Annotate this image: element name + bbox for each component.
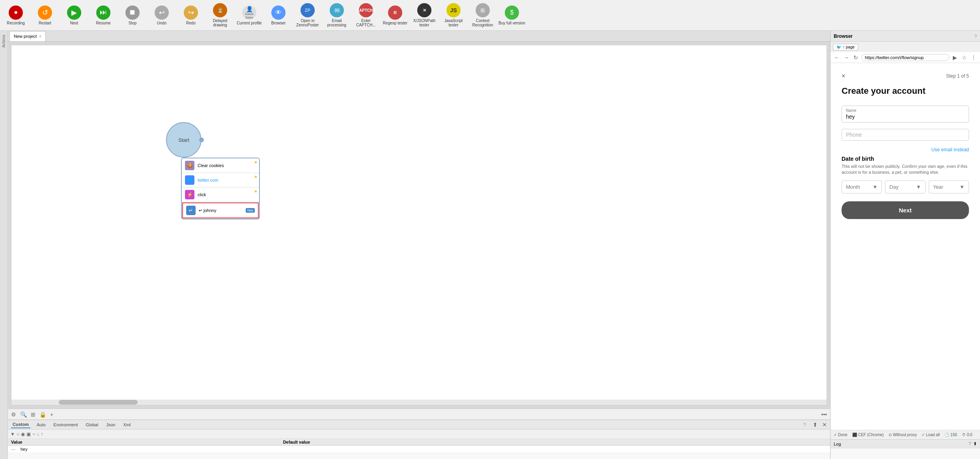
- var-add-icon[interactable]: ○: [17, 431, 19, 437]
- phone-placeholder: Phone: [846, 132, 965, 138]
- project-tab-label: New project: [14, 34, 37, 39]
- tab-xml[interactable]: Xml: [121, 422, 132, 428]
- star-badge-navigate: ★: [254, 175, 258, 179]
- proxy-icon: ⊙: [889, 433, 892, 437]
- redo-icon: ↪: [184, 6, 198, 20]
- lock-icon[interactable]: 🔒: [39, 411, 46, 418]
- redo-button[interactable]: ↪ Redo: [177, 1, 205, 30]
- proxy-label: Without proxy: [893, 433, 917, 437]
- current-profile-button[interactable]: 👤 David Deler Current profile: [235, 1, 263, 30]
- nav-forward-button[interactable]: →: [842, 54, 850, 61]
- tab-bar: New project ×: [8, 31, 830, 42]
- workflow: Start 🍪 Clear cookies ★ 🌐 twitter.com ★: [11, 45, 827, 405]
- undo-button[interactable]: ↩ Undo: [147, 1, 176, 30]
- canvas-hscroll[interactable]: [11, 400, 827, 405]
- year-select[interactable]: Year ▼: [929, 180, 969, 193]
- variables-help-button[interactable]: ?: [803, 422, 806, 427]
- status-count: 🕐 150: [945, 433, 957, 437]
- log-help-button[interactable]: ?: [969, 441, 971, 446]
- stop-button[interactable]: ⏹ Stop: [118, 1, 147, 30]
- delayed-label: Delayed drawing: [207, 19, 233, 27]
- dob-label: Date of birth: [842, 156, 969, 162]
- browser-button[interactable]: 👁 Browser: [264, 1, 293, 30]
- project-tab[interactable]: New project ×: [9, 31, 46, 41]
- var-import-icon[interactable]: ↓: [37, 431, 39, 437]
- start-node[interactable]: Start: [166, 122, 202, 158]
- xpath-label: X/JSONPath tester: [411, 19, 438, 27]
- action-item-navigate[interactable]: 🌐 twitter.com ★: [182, 173, 259, 188]
- delayed-drawing-button[interactable]: ⏳ Delayed drawing: [206, 1, 234, 30]
- month-select[interactable]: Month ▼: [842, 180, 882, 193]
- start-node-label: Start: [178, 137, 189, 143]
- browser-help-button[interactable]: ?: [974, 34, 977, 39]
- row-default: [289, 447, 827, 452]
- var-remove-icon[interactable]: ◉: [21, 431, 25, 437]
- browser-panel-title: Browser: [834, 33, 853, 39]
- actions-label[interactable]: Actions: [2, 35, 6, 48]
- name-field[interactable]: Name hey: [842, 106, 969, 123]
- hscroll-thumb[interactable]: [59, 400, 138, 405]
- search-icon[interactable]: 🔍: [20, 411, 27, 418]
- var-copy-icon[interactable]: ▣: [26, 431, 31, 437]
- tab-close-button[interactable]: ×: [39, 34, 41, 39]
- regexp-button[interactable]: R Regexp tester: [381, 1, 409, 30]
- context-button[interactable]: ⊞ Context Recognition: [469, 1, 497, 30]
- browser-page-tab[interactable]: 🐦 ↑ page: [833, 44, 858, 50]
- settings-icon[interactable]: ⚙: [11, 411, 16, 418]
- action-item-clear-cookies[interactable]: 🍪 Clear cookies ★: [182, 158, 259, 173]
- form-close-button[interactable]: ×: [842, 72, 845, 80]
- done-label: Done: [838, 433, 847, 437]
- variable-row[interactable]: — hey: [8, 446, 830, 453]
- add-icon[interactable]: +: [50, 411, 53, 418]
- variables-expand-button[interactable]: ⬆: [813, 422, 818, 428]
- nav-bookmark-button[interactable]: ☆: [960, 54, 968, 61]
- nav-refresh-button[interactable]: ↻: [852, 54, 860, 61]
- var-filter-icon[interactable]: ▼: [10, 431, 15, 437]
- js-button[interactable]: JS JavaScript tester: [439, 1, 468, 30]
- restart-button[interactable]: ↺ Restart: [31, 1, 59, 30]
- action-item-click[interactable]: ⚡ click ★: [182, 188, 259, 202]
- recording-button[interactable]: ⏺ Recording: [2, 1, 30, 30]
- buyfull-button[interactable]: $ Buy full version: [498, 1, 526, 30]
- form-step-label: Step 1 of 5: [946, 73, 969, 79]
- canvas-area[interactable]: Start 🍪 Clear cookies ★ 🌐 twitter.com ★: [11, 45, 827, 405]
- cookies-icon: 🍪: [185, 161, 194, 170]
- action-item-input[interactable]: ↵ ↵ johnny hey: [182, 203, 259, 218]
- next-button[interactable]: Next: [842, 201, 969, 219]
- day-select[interactable]: Day ▼: [885, 180, 925, 193]
- captcha-button[interactable]: CAPTCHA Enter CAPTCH...: [352, 1, 380, 30]
- nav-play-button[interactable]: ▶: [951, 54, 959, 61]
- nav-back-button[interactable]: ←: [833, 54, 841, 61]
- cef-label: CEF (Chrome): [858, 433, 884, 437]
- nav-more-button[interactable]: ⋮: [970, 54, 978, 61]
- row-index: —: [11, 447, 21, 452]
- tab-auto[interactable]: Auto: [35, 422, 47, 428]
- xpath-button[interactable]: ✕ X/JSONPath tester: [410, 1, 439, 30]
- tab-json[interactable]: Json: [105, 422, 117, 428]
- clock-icon: 🕐: [945, 433, 949, 437]
- zennoposter-button[interactable]: ZP Open in ZennoPoster: [293, 1, 322, 30]
- log-expand-icon[interactable]: ⬆: [973, 441, 977, 446]
- variables-table: Value Default value — hey: [8, 439, 830, 459]
- tab-environment[interactable]: Environment: [52, 422, 80, 428]
- grid-icon[interactable]: ⊞: [31, 411, 35, 418]
- url-bar[interactable]: [861, 54, 949, 61]
- log-header: Log ? ⬆: [831, 440, 980, 448]
- restart-icon: ↺: [38, 6, 52, 20]
- resume-label: Resume: [96, 21, 110, 25]
- email-button[interactable]: ✉ Email processing: [323, 1, 351, 30]
- next-button[interactable]: ▶ Next: [60, 1, 88, 30]
- tab-custom[interactable]: Custom: [11, 421, 30, 428]
- email-icon: ✉: [330, 3, 344, 17]
- var-export-icon[interactable]: ↑: [41, 431, 43, 437]
- more-options-icon[interactable]: •••: [821, 411, 827, 418]
- use-email-link[interactable]: Use email instead: [842, 147, 969, 152]
- variables-close-button[interactable]: ✕: [822, 422, 827, 428]
- resume-button[interactable]: ⏭ Resume: [89, 1, 118, 30]
- star-badge-click: ★: [254, 189, 258, 193]
- tab-global[interactable]: Global: [84, 422, 100, 428]
- undo-icon: ↩: [155, 6, 169, 20]
- status-time: ⏱ 0:0: [962, 433, 973, 437]
- phone-field[interactable]: Phone: [842, 129, 969, 141]
- var-edit-icon[interactable]: ~: [32, 431, 35, 437]
